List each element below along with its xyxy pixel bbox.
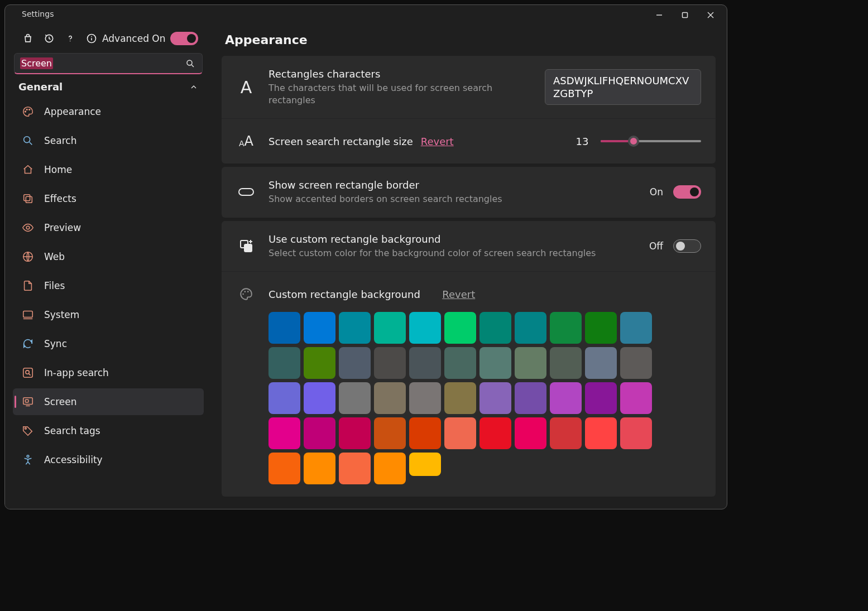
svg-point-18 xyxy=(26,226,30,229)
color-swatch[interactable] xyxy=(479,312,511,344)
content-area: Advanced On Screen General AppearanceSea… xyxy=(5,25,727,509)
color-swatch[interactable] xyxy=(479,382,511,414)
color-swatch[interactable] xyxy=(585,417,617,449)
color-swatch[interactable] xyxy=(374,453,406,484)
color-swatch[interactable] xyxy=(479,347,511,379)
maximize-button[interactable] xyxy=(672,6,698,24)
color-swatch[interactable] xyxy=(515,347,546,379)
sidebar-item-label: Sync xyxy=(44,338,67,349)
section-general-header[interactable]: General xyxy=(11,74,206,96)
color-swatch[interactable] xyxy=(620,312,652,344)
sidebar-item-label: Preview xyxy=(44,222,81,233)
color-swatch[interactable] xyxy=(268,382,300,414)
show-border-toggle[interactable] xyxy=(673,185,701,199)
sidebar-item-preview[interactable]: Preview xyxy=(13,214,204,241)
color-swatch[interactable] xyxy=(409,312,441,344)
web-icon xyxy=(22,251,34,263)
color-swatch[interactable] xyxy=(585,382,617,414)
row-title: Screen search rectangle size xyxy=(268,136,413,147)
sidebar-item-appearance[interactable]: Appearance xyxy=(13,98,204,125)
color-swatch[interactable] xyxy=(585,312,617,344)
color-swatch[interactable] xyxy=(409,347,441,379)
window-title: Settings xyxy=(22,9,54,18)
custom-bg-state: Off xyxy=(649,240,663,252)
color-swatch[interactable] xyxy=(550,382,582,414)
color-swatch[interactable] xyxy=(304,417,335,449)
color-swatch[interactable] xyxy=(409,417,441,449)
svg-point-5 xyxy=(70,41,71,42)
info-icon xyxy=(85,32,98,45)
color-swatch[interactable] xyxy=(515,312,546,344)
sidebar-item-inapp[interactable]: In-app search xyxy=(13,359,204,386)
color-swatch[interactable] xyxy=(409,453,441,476)
sidebar-item-files[interactable]: Files xyxy=(13,272,204,299)
card-custom-background: Use custom rectangle background Select c… xyxy=(222,221,716,497)
rectangle-size-slider[interactable] xyxy=(601,136,701,147)
custom-bg-toggle[interactable] xyxy=(673,239,701,253)
color-swatch[interactable] xyxy=(550,347,582,379)
rectangle-characters-input[interactable]: ASDWJKLIFHQERNOUMCXVZGBTYP xyxy=(545,69,701,105)
color-swatch[interactable] xyxy=(620,382,652,414)
color-swatch[interactable] xyxy=(585,347,617,379)
color-swatch[interactable] xyxy=(304,347,335,379)
row-title: Use custom rectangle background xyxy=(268,233,637,245)
row-desc: Select custom color for the background c… xyxy=(268,247,637,259)
color-swatch[interactable] xyxy=(620,417,652,449)
revert-color-link[interactable]: Revert xyxy=(442,288,475,300)
advanced-toggle[interactable] xyxy=(170,32,198,45)
color-swatch[interactable] xyxy=(339,382,371,414)
color-swatch[interactable] xyxy=(550,312,582,344)
color-swatch[interactable] xyxy=(374,417,406,449)
help-icon[interactable] xyxy=(64,32,76,45)
svg-point-28 xyxy=(25,428,27,430)
sidebar-search[interactable]: Screen xyxy=(14,53,203,74)
bag-icon[interactable] xyxy=(22,32,34,45)
sidebar-item-screen[interactable]: Screen xyxy=(13,388,204,415)
color-swatch[interactable] xyxy=(268,453,300,484)
color-swatch[interactable] xyxy=(268,312,300,344)
history-icon[interactable] xyxy=(43,32,55,45)
color-swatch[interactable] xyxy=(304,312,335,344)
color-swatch[interactable] xyxy=(339,347,371,379)
color-swatch[interactable] xyxy=(304,382,335,414)
sidebar-item-label: Screen xyxy=(44,396,76,407)
color-swatch[interactable] xyxy=(444,417,476,449)
chevron-up-icon xyxy=(189,83,198,92)
color-swatch[interactable] xyxy=(620,347,652,379)
color-swatch[interactable] xyxy=(444,382,476,414)
row-rectangle-characters: A Rectangles characters The characters t… xyxy=(222,56,716,119)
color-swatch[interactable] xyxy=(339,417,371,449)
color-swatch[interactable] xyxy=(444,347,476,379)
sidebar-item-web[interactable]: Web xyxy=(13,243,204,270)
color-swatch[interactable] xyxy=(268,347,300,379)
page-title: Appearance xyxy=(222,25,717,56)
color-swatch[interactable] xyxy=(374,347,406,379)
sidebar-item-label: Home xyxy=(44,164,72,175)
sidebar-item-system[interactable]: System xyxy=(13,301,204,328)
color-swatch[interactable] xyxy=(515,382,546,414)
palette-icon xyxy=(236,284,256,304)
minimize-button[interactable] xyxy=(646,6,672,24)
sidebar-item-effects[interactable]: Effects xyxy=(13,185,204,212)
color-swatch[interactable] xyxy=(268,417,300,449)
color-swatch[interactable] xyxy=(339,453,371,484)
sidebar-item-search[interactable]: Search xyxy=(13,127,204,154)
sidebar-item-accessibility[interactable]: Accessibility xyxy=(13,446,204,473)
revert-size-link[interactable]: Revert xyxy=(421,136,454,147)
color-swatch[interactable] xyxy=(515,417,546,449)
color-swatch[interactable] xyxy=(304,453,335,484)
row-desc: The characters that will be used for scr… xyxy=(268,82,533,106)
svg-point-8 xyxy=(91,36,92,37)
color-swatch[interactable] xyxy=(444,312,476,344)
color-swatch[interactable] xyxy=(339,312,371,344)
slider-value: 13 xyxy=(574,136,591,147)
color-swatch[interactable] xyxy=(374,382,406,414)
color-swatch[interactable] xyxy=(374,312,406,344)
color-swatch[interactable] xyxy=(550,417,582,449)
sidebar-item-sync[interactable]: Sync xyxy=(13,330,204,357)
color-swatch[interactable] xyxy=(479,417,511,449)
sidebar-item-home[interactable]: Home xyxy=(13,156,204,183)
close-button[interactable] xyxy=(698,6,723,24)
sidebar-item-searchtags[interactable]: Search tags xyxy=(13,417,204,444)
color-swatch[interactable] xyxy=(409,382,441,414)
